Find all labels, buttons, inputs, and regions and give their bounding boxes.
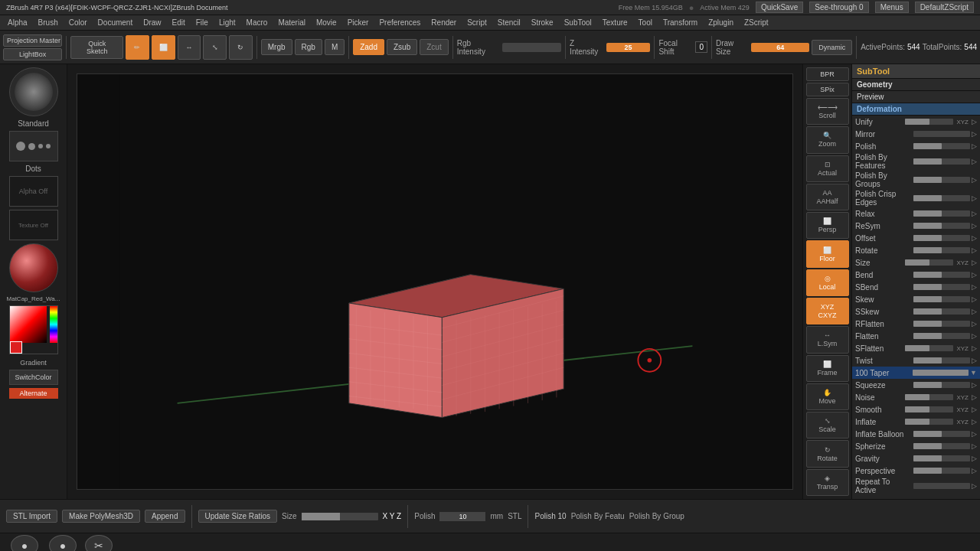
deform-item-21[interactable]: NoiseXYZ▷ (852, 391, 980, 403)
move-button[interactable]: ↔ (178, 35, 201, 60)
draw-button[interactable]: ⬜ (152, 35, 175, 60)
material-ball[interactable] (9, 243, 58, 292)
menu-item-zscript[interactable]: ZScript (740, 17, 773, 28)
deform-slider-0[interactable] (905, 119, 953, 125)
deform-item-22[interactable]: SmoothXYZ▷ (852, 403, 980, 416)
deform-item-26[interactable]: Gravity▷ (852, 452, 980, 465)
deform-slider-20[interactable] (913, 382, 970, 388)
deform-item-14[interactable]: SSkew▷ (852, 305, 980, 318)
deform-item-5[interactable]: Polish Crisp Edges▷ (852, 189, 980, 207)
deform-slider-16[interactable] (913, 333, 970, 339)
m-button[interactable]: M (325, 39, 345, 55)
deform-item-9[interactable]: Rotate▷ (852, 244, 980, 256)
seethrough-button[interactable]: See-through 0 (809, 2, 868, 13)
zsub-button[interactable]: Zsub (387, 39, 417, 55)
menu-item-movie[interactable]: Movie (312, 17, 341, 28)
canvas-area[interactable]: Projection (67, 64, 802, 499)
zcut-button[interactable]: Zcut (420, 39, 448, 55)
rotate-button[interactable]: ↻ (229, 35, 253, 60)
deform-slider-1[interactable] (913, 131, 970, 137)
make-polymesh-button[interactable]: Make PolyMesh3D (62, 510, 140, 523)
deform-item-0[interactable]: UnifyXYZ▷ (852, 116, 980, 128)
menu-item-stroke[interactable]: Stroke (527, 17, 558, 28)
menu-item-document[interactable]: Document (93, 17, 138, 28)
menu-item-picker[interactable]: Picker (343, 17, 374, 28)
scroll-button[interactable]: ⟵⟶Scroll (806, 98, 849, 125)
mrgb-button[interactable]: Mrgb (261, 39, 292, 55)
local-button[interactable]: ◎Local (806, 269, 849, 296)
deform-item-25[interactable]: Spherize▷ (852, 440, 980, 452)
quicksave-button[interactable]: QuickSave (756, 2, 803, 13)
menu-item-alpha[interactable]: Alpha (3, 17, 32, 28)
brush-dots[interactable] (9, 131, 58, 161)
texture-off[interactable]: Texture Off (9, 210, 58, 240)
deform-slider-18[interactable] (913, 357, 970, 364)
deform-slider-22[interactable] (905, 406, 953, 412)
lightbox-button[interactable]: LightBox (3, 48, 62, 60)
deform-slider-10[interactable] (905, 259, 953, 266)
zoom-button[interactable]: 🔍Zoom (806, 126, 849, 153)
deform-xyz-21[interactable]: XYZ (955, 394, 970, 401)
aahalf-button[interactable]: AAAAHalf (806, 184, 849, 210)
menu-item-file[interactable]: File (191, 17, 213, 28)
deform-item-23[interactable]: InflateXYZ▷ (852, 416, 980, 428)
menu-item-light[interactable]: Light (214, 17, 240, 28)
deform-item-12[interactable]: SBend▷ (852, 281, 980, 293)
deform-slider-28[interactable] (913, 483, 970, 489)
deform-slider-14[interactable] (913, 308, 970, 315)
zadd-button[interactable]: Zadd (353, 39, 384, 55)
switch-color-button[interactable]: SwitchColor (9, 370, 58, 385)
scale-view-button[interactable]: ⤡Scale (806, 412, 849, 439)
deform-item-24[interactable]: Inflate Balloon▷ (852, 428, 980, 440)
menu-item-color[interactable]: Color (64, 17, 92, 28)
subtool-header[interactable]: SubTool (852, 64, 980, 79)
move-view-button[interactable]: ✋Move (806, 383, 849, 410)
deform-item-1[interactable]: Mirror▷ (852, 128, 980, 140)
menu-item-preferences[interactable]: Preferences (374, 17, 425, 28)
menu-item-brush[interactable]: Brush (34, 17, 63, 28)
deform-slider-6[interactable] (913, 210, 970, 217)
menus-button[interactable]: Menus (875, 2, 909, 13)
deform-slider-11[interactable] (913, 272, 970, 278)
bottom-tool-trimcurve[interactable]: ✂TrimCurve (83, 535, 115, 551)
deform-slider-8[interactable] (913, 235, 970, 241)
deform-slider-27[interactable] (913, 468, 970, 474)
deform-xyz-0[interactable]: XYZ (955, 119, 970, 126)
deform-item-27[interactable]: Perspective▷ (852, 465, 980, 477)
deform-item-10[interactable]: SizeXYZ▷ (852, 256, 980, 269)
menu-item-edit[interactable]: Edit (168, 17, 190, 28)
deform-item-15[interactable]: RFlatten▷ (852, 318, 980, 330)
deform-slider-4[interactable] (913, 177, 970, 183)
deform-item-13[interactable]: Skew▷ (852, 293, 980, 305)
menu-item-tool[interactable]: Tool (634, 17, 657, 28)
deform-item-19[interactable]: 100 Taper▼ (852, 367, 980, 379)
deform-item-3[interactable]: Polish By Features▷ (852, 152, 980, 171)
deform-slider-12[interactable] (913, 284, 970, 290)
geometry-header[interactable]: Geometry (852, 79, 980, 91)
deform-xyz-22[interactable]: XYZ (955, 406, 970, 413)
transp-button[interactable]: ◈Transp (806, 469, 849, 496)
focal-shift-val[interactable]: 0 (695, 41, 707, 53)
viewport[interactable] (77, 73, 793, 490)
menu-item-stencil[interactable]: Stencil (493, 17, 525, 28)
bottom-tool-move[interactable]: ●Move (49, 535, 77, 551)
deform-slider-13[interactable] (913, 296, 970, 302)
deform-xyz-17[interactable]: XYZ (955, 345, 970, 352)
rotate-view-button[interactable]: ↻Rotate (806, 440, 849, 467)
deformation-header[interactable]: Deformation (852, 103, 980, 116)
deform-xyz-10[interactable]: XYZ (955, 259, 970, 266)
deform-item-16[interactable]: Flatten▷ (852, 330, 980, 342)
edit-button[interactable]: ✏ (126, 35, 149, 60)
actual-button[interactable]: ⊡Actual (806, 155, 849, 182)
deform-slider-17[interactable] (905, 345, 953, 351)
alternate-button[interactable]: Alternate (9, 388, 58, 399)
projection-master-button[interactable]: Projection Master (3, 34, 62, 47)
deform-slider-7[interactable] (913, 223, 970, 229)
menu-item-script[interactable]: Script (462, 17, 492, 28)
deform-slider-23[interactable] (905, 419, 953, 425)
deform-slider-9[interactable] (913, 247, 970, 253)
frame-button[interactable]: ⬜Frame (806, 355, 849, 382)
menu-item-subtool[interactable]: SubTool (560, 17, 596, 28)
alpha-off[interactable]: Alpha Off (9, 176, 58, 207)
deform-slider-26[interactable] (913, 455, 970, 461)
